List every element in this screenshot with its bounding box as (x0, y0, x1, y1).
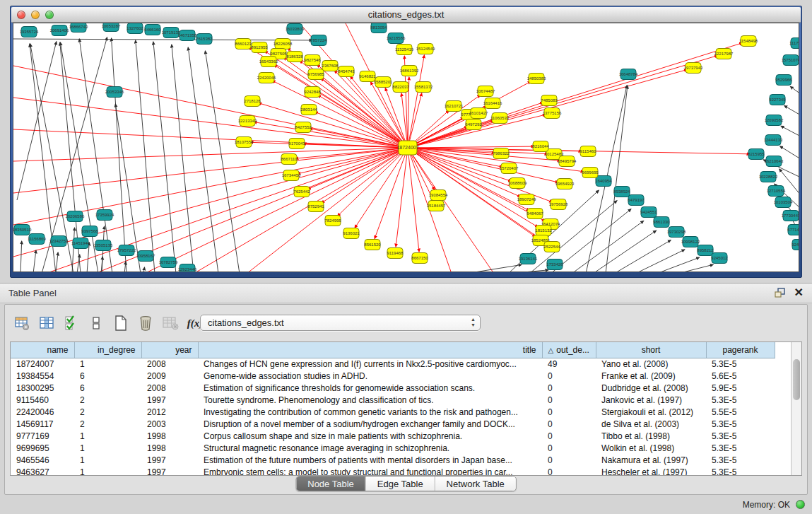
network-node[interactable]: 22420046 (257, 73, 276, 83)
network-node[interactable]: 11451944 (71, 238, 90, 249)
column-header-name[interactable]: name (11, 342, 74, 358)
delete-trash-icon[interactable] (136, 313, 155, 333)
network-node[interactable]: 10688609 (508, 178, 527, 189)
table-cell[interactable]: Wolkin et al. (1998) (596, 442, 706, 454)
network-node[interactable]: 15184457 (427, 201, 446, 211)
network-node[interactable]: 15124549 (416, 44, 435, 54)
network-node[interactable]: 11325419 (395, 45, 414, 55)
network-node[interactable]: 20206586 (66, 211, 85, 222)
table-cell[interactable]: 0 (542, 382, 596, 394)
table-cell[interactable]: 0 (542, 418, 596, 430)
network-edge-red[interactable] (194, 148, 408, 272)
network-node[interactable]: 18495794 (558, 156, 577, 167)
float-panel-icon[interactable] (775, 288, 786, 298)
network-node[interactable]: 19355724 (20, 27, 39, 37)
network-node[interactable]: 10998122 (681, 237, 700, 247)
network-node[interactable]: 8454743 (338, 66, 355, 77)
network-node[interactable]: 11156869 (28, 234, 46, 245)
table-cell[interactable]: 1998 (141, 442, 198, 454)
network-node[interactable]: 12710554 (767, 186, 786, 197)
table-cell[interactable]: Yano et al. (2008) (596, 358, 706, 370)
network-edge-red[interactable] (13, 129, 408, 148)
network-node[interactable]: 8660123 (235, 39, 252, 49)
column-header-title[interactable]: title (198, 342, 542, 358)
table-cell[interactable]: 1997 (141, 394, 198, 406)
table-cell[interactable]: 5.3E-5 (706, 418, 775, 430)
network-node[interactable]: 12342757 (49, 236, 69, 247)
table-cell[interactable]: 0 (542, 442, 596, 454)
network-node[interactable]: 8822037 (392, 82, 409, 93)
network-node[interactable]: 19737943 (684, 63, 703, 74)
network-edge-red[interactable] (13, 66, 408, 148)
network-node[interactable]: 19136141 (519, 254, 538, 264)
table-cell[interactable]: 5.3E-5 (706, 454, 775, 466)
network-edge-black[interactable] (790, 86, 799, 94)
network-edge-red[interactable] (408, 93, 422, 148)
network-edge-red[interactable] (408, 116, 473, 148)
table-row[interactable]: 2242004622012Investigating the contribut… (11, 406, 775, 418)
network-node[interactable]: 9756985 (307, 69, 324, 80)
table-cell[interactable]: 2 (74, 418, 141, 430)
network-node[interactable]: 18350510 (13, 225, 32, 235)
network-node[interactable]: 8958212 (697, 245, 714, 256)
table-row[interactable]: 1456911722003Disruption of a novel membe… (11, 418, 775, 430)
table-cell[interactable]: 9115460 (11, 394, 74, 406)
table-cell[interactable]: 1 (74, 442, 141, 454)
network-edge-red[interactable] (314, 112, 408, 148)
table-cell[interactable]: 6 (74, 382, 141, 394)
network-node[interactable]: 9136021 (343, 228, 360, 239)
table-cell[interactable]: 5.9E-5 (706, 382, 775, 394)
network-graph[interactable]: 1935572420691406168667431065328713276026… (13, 23, 799, 272)
table-cell[interactable]: 5.3E-5 (706, 394, 775, 406)
close-panel-icon[interactable]: ✕ (794, 287, 804, 298)
column-header-out_de[interactable]: △out_de... (542, 342, 596, 358)
network-node[interactable]: 2803144 (300, 105, 317, 115)
network-node[interactable]: 9424551 (640, 207, 657, 218)
table-row[interactable]: 1830029562008Estimation of significance … (11, 382, 775, 394)
network-edge-black[interactable] (678, 264, 713, 272)
network-node[interactable]: 8215955 (748, 149, 765, 160)
table-cell[interactable]: 5.3E-5 (706, 430, 775, 442)
network-node[interactable]: 10674487 (476, 86, 495, 97)
network-node[interactable]: 18107554 (235, 137, 254, 148)
table-row[interactable]: 946362711997Embryonic stem cells: a mode… (11, 466, 775, 476)
network-node[interactable]: 18226058 (273, 39, 293, 49)
network-edge-red[interactable] (408, 43, 742, 148)
network-node[interactable]: 8667150 (411, 253, 428, 264)
network-node[interactable]: 16543362 (259, 57, 278, 67)
table-cell[interactable]: Dudbridge et al. (2008) (596, 382, 706, 394)
network-edge-red[interactable] (408, 146, 534, 148)
network-node[interactable]: 14850383 (527, 74, 546, 84)
network-node[interactable]: 12217987 (714, 49, 734, 59)
network-edge-black[interactable] (13, 39, 312, 40)
table-cell[interactable]: 18300295 (11, 382, 74, 394)
network-node[interactable]: 16210721 (445, 101, 464, 112)
network-edge-red[interactable] (259, 103, 408, 148)
table-cell[interactable]: Jankovic et al. (1997) (596, 394, 706, 406)
table-cell[interactable]: 9699695 (11, 442, 74, 454)
network-node[interactable]: 18724007 (396, 141, 418, 155)
network-node[interactable]: 9397568 (81, 226, 98, 237)
table-cell[interactable]: 1998 (141, 430, 198, 442)
table-cell[interactable]: 6 (74, 370, 141, 382)
network-edge-black[interactable] (20, 241, 22, 272)
column-header-year[interactable]: year (141, 342, 198, 358)
table-cell[interactable]: Estimation of the future numbers of pati… (198, 454, 542, 466)
table-cell[interactable]: 5.3E-5 (706, 442, 775, 454)
network-edge-black[interactable] (112, 38, 126, 272)
network-edge-black[interactable] (780, 146, 799, 159)
table-cell[interactable]: 2012 (141, 406, 198, 418)
network-node[interactable]: 19730298 (667, 227, 686, 238)
network-edge-black[interactable] (143, 267, 145, 272)
network-node[interactable]: 11175541 (789, 38, 799, 49)
table-cell[interactable]: 5.5E-5 (706, 406, 775, 418)
table-cell[interactable]: Genome-wide association studies in ADHD. (198, 370, 542, 382)
table-vertical-scrollbar[interactable] (791, 342, 801, 475)
network-node[interactable]: 9245012 (711, 253, 728, 264)
tab-edge-table[interactable]: Edge Table (365, 477, 435, 491)
network-node[interactable]: 13775156 (543, 108, 562, 119)
column-header-pagerank[interactable]: pagerank (706, 342, 775, 358)
network-node[interactable]: 15581372 (414, 82, 433, 93)
network-node[interactable]: 12213343 (238, 116, 257, 127)
network-window-titlebar[interactable]: citations_edges.txt (11, 7, 801, 23)
